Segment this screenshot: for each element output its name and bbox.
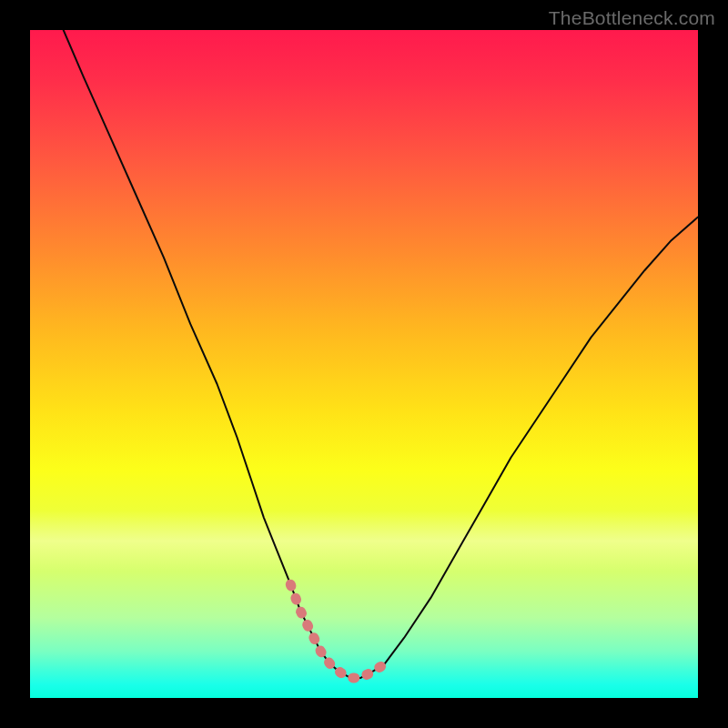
curve-layer (30, 30, 698, 698)
flat-region-marker (290, 584, 384, 678)
plot-area (30, 30, 698, 698)
watermark-text: TheBottleneck.com (549, 7, 715, 29)
bottleneck-curve (64, 30, 698, 678)
chart-frame: TheBottleneck.com (0, 0, 728, 728)
